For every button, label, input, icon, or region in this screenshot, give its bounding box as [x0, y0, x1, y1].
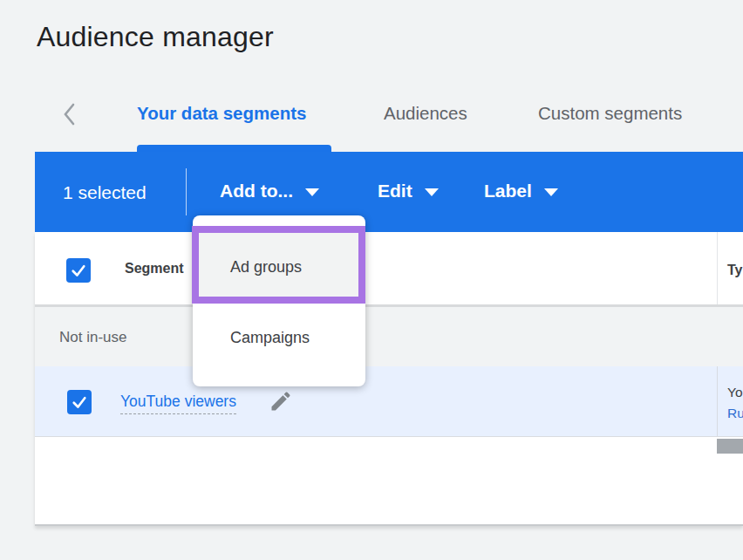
checkmark-icon [70, 393, 89, 412]
caret-down-icon [544, 188, 558, 196]
segment-name-link[interactable]: YouTube viewers [120, 393, 236, 414]
selection-count: 1 selected [63, 182, 147, 203]
table-row: YouTube viewers Yo Ru [35, 366, 743, 437]
active-tab-indicator [137, 145, 331, 152]
group-header-row: Not in-use [35, 307, 743, 366]
tab-audiences[interactable]: Audiences [384, 103, 467, 124]
add-to-menu-button[interactable]: Add to... [220, 181, 319, 201]
column-divider [717, 232, 718, 304]
dropdown-item-ad-groups[interactable]: Ad groups [230, 258, 302, 277]
edit-segment-button[interactable] [269, 389, 295, 415]
label-menu-label: Label [484, 181, 532, 201]
edit-menu-label: Edit [378, 181, 412, 201]
checkmark-icon [69, 261, 88, 280]
tab-your-data-segments[interactable]: Your data segments [137, 103, 306, 124]
type-cell-line1: Yo [727, 385, 743, 400]
row-checkbox[interactable] [67, 390, 92, 414]
caret-down-icon [425, 188, 439, 196]
scrollbar-thumb[interactable] [717, 439, 743, 454]
type-column-header: Ty [727, 263, 742, 278]
chevron-left-icon [59, 101, 82, 127]
segment-column-header: Segment [125, 261, 184, 277]
group-label: Not in-use [59, 329, 126, 346]
edit-menu-button[interactable]: Edit [378, 181, 439, 201]
table-header-row: Segment Ty [35, 232, 743, 307]
page-title: Audience manager [37, 21, 274, 53]
caret-down-icon [305, 188, 319, 196]
label-menu-button[interactable]: Label [484, 181, 558, 201]
dropdown-item-campaigns[interactable]: Campaigns [230, 329, 310, 347]
back-button[interactable] [59, 101, 82, 127]
audience-manager-screen: Audience manager Your data segments Audi… [0, 0, 743, 560]
bulk-action-bar: 1 selected Add to... Edit Label [35, 152, 743, 232]
type-cell-line2: Ru [727, 406, 743, 421]
pencil-icon [269, 389, 293, 413]
tab-custom-segments[interactable]: Custom segments [538, 103, 682, 124]
select-all-checkbox[interactable] [66, 258, 91, 283]
action-bar-divider [186, 168, 187, 215]
column-divider [717, 366, 718, 436]
add-to-menu-label: Add to... [220, 181, 293, 201]
